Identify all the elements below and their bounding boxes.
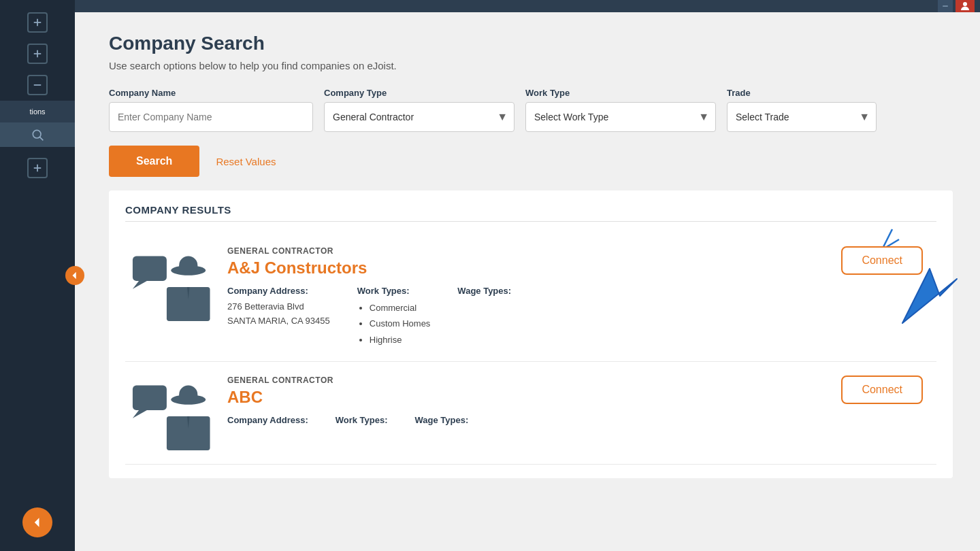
address-label-2: Company Address: — [227, 415, 308, 425]
svg-rect-4 — [34, 84, 42, 86]
page-title: Company Search — [109, 33, 953, 54]
connect-section-1: Connect — [828, 246, 936, 275]
svg-point-18 — [179, 256, 197, 275]
company-name-1: A&J Constructors — [227, 258, 828, 278]
results-area: COMPANY RESULTS — [109, 190, 953, 478]
svg-point-12 — [963, 2, 967, 6]
trade-select-wrapper: Select Trade ▼ — [727, 102, 877, 132]
svg-rect-24 — [133, 386, 167, 410]
company-card-2: GENERAL CONTRACTOR ABC Company Address: … — [125, 362, 936, 465]
sidebar-expand-2[interactable] — [27, 44, 48, 64]
svg-rect-8 — [34, 167, 42, 169]
svg-marker-14 — [133, 281, 147, 289]
svg-rect-1 — [34, 22, 42, 23]
svg-point-29 — [179, 386, 197, 404]
trade-select[interactable]: Select Trade — [727, 102, 877, 132]
company-type-label: Company Type — [324, 88, 514, 98]
sidebar-expand-1[interactable] — [27, 12, 48, 33]
address-line2-1: SANTA MARIA, CA 93455 — [227, 314, 330, 329]
work-types-label-2: Work Types: — [336, 415, 388, 425]
company-name-group: Company Name — [109, 88, 313, 132]
search-button[interactable]: Search — [109, 146, 199, 177]
work-types-section-1: Work Types: Commercial Custom Homes High… — [357, 286, 431, 348]
address-section-1: Company Address: 276 Betteravia Blvd SAN… — [227, 286, 330, 348]
sidebar: tions — [0, 0, 75, 551]
sidebar-collapse-icon[interactable] — [27, 75, 48, 95]
work-types-section-2: Work Types: — [336, 415, 388, 429]
reset-button[interactable]: Reset Values — [216, 156, 276, 167]
svg-marker-9 — [73, 272, 76, 280]
work-types-list-1: Commercial Custom Homes Highrise — [357, 300, 431, 348]
search-form: Company Name Company Type General Contra… — [109, 88, 953, 132]
company-details-1: Company Address: 276 Betteravia Blvd SAN… — [227, 286, 828, 348]
company-card-1: GENERAL CONTRACTOR A&J Constructors Comp… — [125, 233, 936, 362]
work-type-item: Commercial — [370, 300, 431, 316]
svg-marker-23 — [902, 269, 957, 323]
company-name-label: Company Name — [109, 88, 313, 98]
wage-types-label-1: Wage Types: — [457, 286, 511, 296]
svg-point-5 — [33, 130, 41, 138]
svg-marker-25 — [133, 410, 147, 418]
work-type-select-wrapper: Select Work Type Commercial Custom Homes… — [525, 102, 716, 132]
company-details-2: Company Address: Work Types: Wage Types: — [227, 415, 828, 429]
sidebar-expand-3[interactable] — [27, 158, 48, 178]
sidebar-collapse-button[interactable] — [65, 266, 84, 285]
svg-rect-11 — [943, 5, 948, 6]
company-name-input[interactable] — [109, 102, 313, 132]
topbar — [75, 0, 980, 12]
search-actions: Search Reset Values — [109, 146, 953, 177]
connect-button-2[interactable]: Connect — [841, 375, 923, 404]
page-subtitle: Use search options below to help you fin… — [109, 60, 953, 71]
results-title: COMPANY RESULTS — [125, 204, 936, 222]
company-type-select[interactable]: General Contractor Sub Contractor Suppli… — [324, 102, 514, 132]
work-types-label-1: Work Types: — [357, 286, 431, 296]
work-type-group: Work Type Select Work Type Commercial Cu… — [525, 88, 716, 132]
svg-rect-13 — [133, 256, 167, 281]
work-type-label: Work Type — [525, 88, 716, 98]
svg-rect-3 — [34, 53, 42, 54]
company-name-2: ABC — [227, 388, 828, 407]
company-info-2: GENERAL CONTRACTOR ABC Company Address: … — [220, 375, 828, 429]
search-area: Company Search Use search options below … — [75, 12, 980, 190]
wage-types-section-1: Wage Types: — [457, 286, 511, 348]
trade-label: Trade — [727, 88, 877, 98]
address-label-1: Company Address: — [227, 286, 330, 296]
sidebar-item-active[interactable]: tions — [0, 101, 75, 122]
wage-types-label-2: Wage Types: — [415, 415, 469, 425]
address-line1-1: 276 Betteravia Blvd — [227, 300, 330, 314]
company-type-badge-1: GENERAL CONTRACTOR — [227, 246, 828, 256]
company-info-1: GENERAL CONTRACTOR A&J Constructors Comp… — [220, 246, 828, 348]
connect-button-1[interactable]: Connect — [841, 246, 923, 275]
work-type-select[interactable]: Select Work Type Commercial Custom Homes… — [525, 102, 716, 132]
back-button[interactable] — [22, 507, 52, 537]
sidebar-active-label: tions — [29, 107, 45, 116]
trade-group: Trade Select Trade ▼ — [727, 88, 877, 132]
company-type-badge-2: GENERAL CONTRACTOR — [227, 375, 828, 385]
work-type-item: Highrise — [370, 332, 431, 348]
wage-types-section-2: Wage Types: — [415, 415, 469, 429]
main-content: Company Search Use search options below … — [75, 0, 980, 551]
connect-section-2: Connect — [828, 375, 936, 404]
minimize-btn[interactable] — [938, 0, 953, 12]
work-type-item: Custom Homes — [370, 316, 431, 331]
company-type-group: Company Type General Contractor Sub Cont… — [324, 88, 514, 132]
company-type-select-wrapper: General Contractor Sub Contractor Suppli… — [324, 102, 514, 132]
svg-marker-10 — [35, 518, 39, 527]
company-logo-2 — [125, 375, 220, 457]
address-section-2: Company Address: — [227, 415, 308, 429]
svg-line-6 — [39, 137, 43, 140]
company-logo-1 — [125, 246, 220, 328]
